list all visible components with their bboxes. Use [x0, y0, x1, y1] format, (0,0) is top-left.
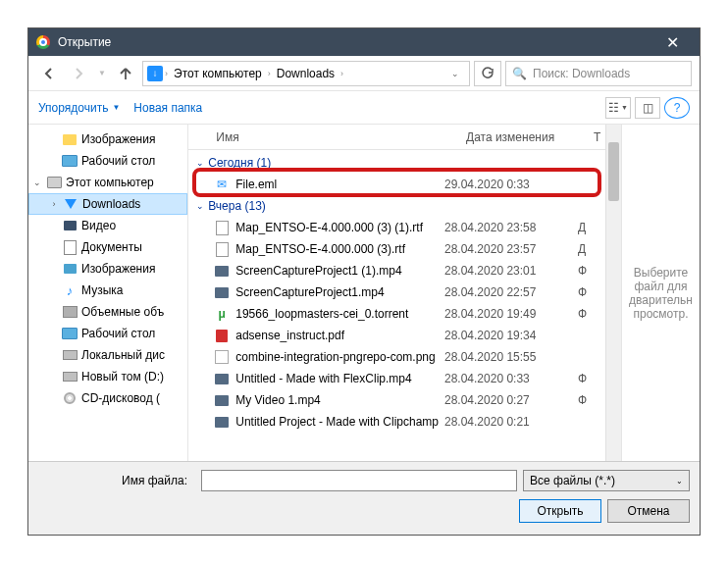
file-name: My Video 1.mp4	[235, 393, 439, 407]
download-icon	[63, 197, 78, 211]
file-row[interactable]: My Video 1.mp428.04.2020 0:27Ф	[188, 389, 605, 411]
file-row[interactable]: ✉File.eml29.04.2020 0:33	[188, 174, 605, 195]
sidebar-item[interactable]: CD-дисковод (	[28, 387, 187, 409]
breadcrumb-segment[interactable]: Downloads	[273, 67, 338, 80]
breadcrumb-bar[interactable]: ↓ › Этот компьютер › Downloads › ⌄	[142, 61, 470, 86]
file-row[interactable]: adsense_instruct.pdf28.04.2020 19:34	[188, 325, 605, 346]
file-date: 28.04.2020 23:58	[444, 221, 572, 234]
organize-button[interactable]: Упорядочить ▼	[38, 101, 120, 115]
filename-input[interactable]	[201, 470, 517, 491]
file-list-body[interactable]: ⌄Сегодня (1)✉File.eml29.04.2020 0:33⌄Вче…	[188, 150, 605, 461]
pdf-icon	[214, 328, 230, 343]
column-date[interactable]: Дата изменения	[458, 130, 586, 144]
file-row[interactable]: combine-integration-pngrepo-com.png28.04…	[188, 346, 605, 368]
file-row[interactable]: Untitled - Made with FlexClip.mp428.04.2…	[188, 368, 605, 389]
file-type: Ф	[578, 372, 598, 385]
file-row[interactable]: Map_ENTSO-E-4.000.000 (3) (1).rtf28.04.2…	[188, 217, 605, 238]
file-row[interactable]: Map_ENTSO-E-4.000.000 (3).rtf28.04.2020 …	[188, 238, 605, 260]
filter-label: Все файлы (*.*)	[530, 474, 615, 487]
file-name: Map_ENTSO-E-4.000.000 (3) (1).rtf	[235, 221, 439, 234]
arrow-right-icon	[71, 66, 86, 81]
sidebar-item-label: Локальный дис	[81, 348, 165, 362]
torrent-icon: μ	[214, 306, 230, 322]
sidebar-item-label: Новый том (D:)	[81, 370, 164, 383]
desktop-icon	[62, 154, 78, 168]
desktop-icon	[62, 327, 78, 340]
file-name: ScreenCaptureProject1.mp4	[235, 285, 439, 299]
back-button[interactable]	[36, 61, 62, 86]
file-date: 29.04.2020 0:33	[444, 178, 572, 191]
refresh-icon	[481, 67, 494, 80]
file-type: Ф	[578, 393, 598, 407]
file-type: Ф	[578, 264, 598, 278]
file-name: File.eml	[235, 178, 439, 191]
vertical-scrollbar[interactable]	[605, 125, 621, 461]
sidebar-item[interactable]: ›Downloads	[28, 193, 187, 215]
breadcrumb-segment[interactable]: Этот компьютер	[170, 67, 266, 80]
sidebar-item[interactable]: ♪Музыка	[28, 280, 187, 301]
sidebar-item-label: Музыка	[81, 283, 123, 297]
file-name: combine-integration-pngrepo-com.png	[235, 350, 439, 364]
file-row[interactable]: Untitled Project - Made with Clipchamp28…	[188, 411, 605, 433]
rtf-icon	[214, 241, 230, 257]
sidebar: ИзображенияРабочий стол⌄Этот компьютер›D…	[28, 125, 188, 461]
file-date: 28.04.2020 0:27	[444, 393, 572, 407]
group-header[interactable]: ⌄Вчера (13)	[188, 195, 605, 217]
nav-row: ▼ ↓ › Этот компьютер › Downloads › ⌄ 🔍 П…	[28, 56, 700, 91]
breadcrumb-dropdown-icon[interactable]: ⌄	[445, 69, 465, 78]
file-date: 28.04.2020 15:55	[444, 350, 572, 364]
sidebar-item[interactable]: Рабочий стол	[28, 323, 187, 344]
up-button[interactable]	[113, 61, 138, 86]
file-name: Untitled Project - Made with Clipchamp	[235, 415, 439, 429]
dialog-body: ИзображенияРабочий стол⌄Этот компьютер›D…	[28, 125, 700, 461]
preview-pane-button[interactable]: ◫	[635, 97, 660, 119]
sidebar-item[interactable]: Видео	[28, 215, 187, 236]
mp4-icon	[214, 263, 230, 279]
main-area: Имя Дата изменения Т ⌄Сегодня (1)✉File.e…	[188, 125, 700, 461]
breadcrumb-sep-icon: ›	[268, 69, 271, 78]
sidebar-item[interactable]: Локальный дис	[28, 344, 187, 366]
forward-button[interactable]	[66, 61, 91, 86]
arrow-up-icon	[118, 66, 133, 81]
new-folder-button[interactable]: Новая папка	[133, 101, 202, 115]
sidebar-item-label: Документы	[81, 240, 142, 254]
file-date: 28.04.2020 23:57	[444, 242, 572, 256]
file-row[interactable]: ScreenCaptureProject1.mp428.04.2020 22:5…	[188, 281, 605, 303]
view-options-button[interactable]: ☷▼	[605, 97, 631, 119]
preview-pane: Выберите файл для дварительн просмотр.	[621, 125, 700, 461]
file-name: Map_ENTSO-E-4.000.000 (3).rtf	[235, 242, 439, 256]
cd-icon	[62, 391, 78, 405]
search-input[interactable]: 🔍 Поиск: Downloads	[505, 61, 692, 86]
sidebar-item[interactable]: Изображения	[28, 128, 187, 150]
sidebar-item[interactable]: Объемные объ	[28, 301, 187, 323]
sidebar-item[interactable]: Новый том (D:)	[28, 366, 187, 387]
refresh-button[interactable]	[474, 61, 501, 86]
sidebar-item[interactable]: Рабочий стол	[28, 150, 187, 172]
sidebar-item[interactable]: ⌄Этот компьютер	[28, 172, 187, 193]
filename-label: Имя файла:	[38, 474, 195, 487]
preview-placeholder: Выберите файл для дварительн просмотр.	[628, 266, 694, 321]
chevron-down-icon: ▼	[621, 104, 628, 111]
file-row[interactable]: μ19566_loopmasters-cei_0.torrent28.04.20…	[188, 303, 605, 325]
dialog-title: Открытие	[58, 35, 652, 49]
cancel-button[interactable]: Отмена	[607, 499, 690, 523]
new-folder-label: Новая папка	[133, 101, 202, 115]
file-filter-select[interactable]: Все файлы (*.*) ⌄	[523, 470, 690, 491]
help-button[interactable]: ?	[664, 97, 690, 119]
search-placeholder: Поиск: Downloads	[533, 67, 630, 80]
sidebar-item[interactable]: Изображения	[28, 258, 187, 280]
expand-caret-icon: ⌄	[32, 178, 42, 187]
column-type[interactable]: Т	[586, 130, 605, 144]
file-name: 19566_loopmasters-cei_0.torrent	[235, 307, 439, 321]
sidebar-item-label: Объемные объ	[81, 305, 164, 319]
file-row[interactable]: ScreenCaptureProject1 (1).mp428.04.2020 …	[188, 260, 605, 281]
file-date: 28.04.2020 22:57	[444, 285, 572, 299]
preview-pane-icon: ◫	[643, 101, 653, 115]
sidebar-item[interactable]: Документы	[28, 236, 187, 258]
close-button[interactable]: ✕	[652, 33, 692, 52]
group-header[interactable]: ⌄Сегодня (1)	[188, 152, 605, 174]
titlebar: Открытие ✕	[28, 28, 700, 56]
open-button[interactable]: Открыть	[519, 499, 601, 523]
column-name[interactable]: Имя	[188, 130, 458, 144]
recent-dropdown[interactable]: ▼	[95, 61, 109, 86]
